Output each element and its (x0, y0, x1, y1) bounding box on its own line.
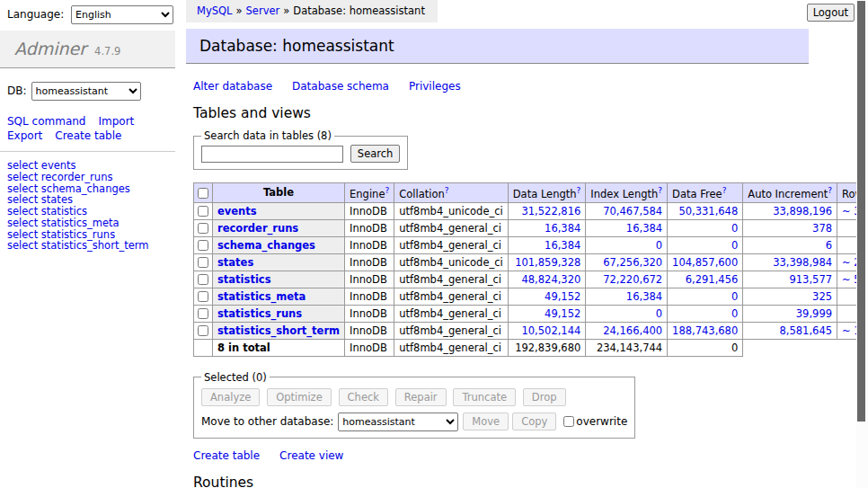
logout-button[interactable]: Logout (807, 4, 855, 22)
breadcrumb-current: Database: homeassistant (293, 4, 425, 17)
auto_increment-link[interactable]: 8,581,645 (780, 324, 833, 337)
table-name-cell: statistics_meta (213, 288, 345, 305)
index_length-link[interactable]: 70,467,584 (603, 205, 662, 217)
data_free-link[interactable]: 0 (731, 222, 738, 235)
table-name-link[interactable]: events (217, 205, 257, 217)
auto_increment-cell: 6 (743, 236, 837, 253)
row-checkbox[interactable] (198, 240, 208, 251)
table-row: statistics_runsInnoDButf8mb4_general_ci4… (194, 305, 868, 322)
index_length-link[interactable]: 24,166,400 (603, 324, 662, 337)
scrollbar-thumb[interactable] (857, 1, 865, 421)
collation-cell: utf8mb4_general_ci (394, 236, 509, 253)
select-all-checkbox[interactable] (198, 188, 208, 199)
export-link[interactable]: Export (7, 129, 42, 142)
data_length-link[interactable]: 31,522,816 (521, 205, 580, 217)
table-name-link[interactable]: schema_changes (217, 239, 315, 252)
data_free-link[interactable]: 104,857,600 (672, 256, 738, 269)
table-row: statistics_short_termInnoDButf8mb4_gener… (194, 322, 868, 339)
language-select[interactable]: English (71, 5, 173, 24)
data_length-link[interactable]: 16,384 (545, 239, 580, 252)
table-name-link[interactable]: statistics (217, 273, 271, 286)
move-db-select[interactable]: homeassistant (338, 413, 458, 431)
data_length-link[interactable]: 16,384 (545, 222, 580, 235)
breadcrumb-server-link[interactable]: Server (246, 4, 280, 17)
index_length-link[interactable]: 0 (656, 239, 662, 252)
data_free-link[interactable]: 50,331,648 (678, 205, 738, 217)
help-icon[interactable]: ? (445, 186, 449, 195)
auto_increment-link[interactable]: 378 (812, 222, 832, 235)
sidebar-item-select-statistics-short-term[interactable]: select statistics_short_term (7, 240, 168, 252)
help-icon[interactable]: ? (385, 186, 389, 195)
row-checkbox[interactable] (198, 325, 208, 336)
create-table-link[interactable]: Create table (55, 129, 121, 142)
app-header: Adminer 4.7.9 (0, 31, 175, 68)
db-row: DB: homeassistant (0, 68, 175, 101)
help-icon[interactable]: ? (658, 186, 662, 195)
data_free-link[interactable]: 0 (731, 290, 738, 303)
data_free-link[interactable]: 6,291,456 (686, 273, 739, 286)
analyze-button: Analyze (201, 388, 260, 406)
table-name-link[interactable]: statistics_short_term (217, 324, 340, 337)
row-checkbox[interactable] (198, 257, 208, 268)
scrollbar[interactable] (856, 0, 868, 488)
sidebar-item-select-statistics-meta[interactable]: select statistics_meta (7, 217, 168, 229)
sidebar-item-select-recorder-runs[interactable]: select recorder_runs (7, 172, 168, 183)
create-view-link[interactable]: Create view (279, 449, 343, 462)
auto_increment-link[interactable]: 39,999 (796, 307, 832, 320)
privileges-link[interactable]: Privileges (409, 80, 461, 93)
selected-legend: Selected (0) (201, 371, 270, 384)
empty-cell (743, 339, 837, 356)
search-button[interactable]: Search (350, 145, 401, 163)
overwrite-checkbox[interactable] (563, 416, 574, 427)
adminer-logo[interactable]: Adminer (14, 39, 86, 58)
index_length-cell: 0 (586, 236, 668, 253)
table-name-link[interactable]: states (217, 256, 253, 269)
data_free-link[interactable]: 188,743,680 (672, 324, 738, 337)
row-checkbox[interactable] (198, 291, 208, 302)
auto_increment-link[interactable]: 33,398,984 (773, 256, 832, 269)
data_length-link[interactable]: 48,824,320 (521, 273, 580, 286)
data_length-link[interactable]: 101,859,328 (515, 256, 580, 269)
db-select[interactable]: homeassistant (31, 82, 141, 101)
data_length-link[interactable]: 49,152 (545, 307, 580, 320)
row-checkbox[interactable] (198, 308, 208, 319)
sidebar-item-select-statistics[interactable]: select statistics (7, 206, 168, 217)
database-schema-link[interactable]: Database schema (292, 80, 389, 93)
data_free-link[interactable]: 0 (731, 239, 738, 252)
row-checkbox[interactable] (198, 223, 208, 234)
table-name-link[interactable]: recorder_runs (217, 222, 298, 235)
index_length-cell: 67,256,320 (586, 253, 668, 271)
table-header-row: Table Engine? Collation? Data Length? In… (194, 183, 868, 203)
data_length-cell: 10,502,144 (508, 322, 586, 339)
index_length-link[interactable]: 16,384 (626, 222, 662, 235)
engine-cell: InnoDB (345, 236, 394, 253)
table-name-link[interactable]: statistics_meta (217, 290, 306, 303)
data_length-link[interactable]: 49,152 (545, 290, 580, 303)
data_length-link[interactable]: 10,502,144 (521, 324, 580, 337)
content: Database: homeassistant Alter databaseDa… (186, 0, 809, 488)
create-table-link-main[interactable]: Create table (193, 449, 260, 462)
auto_increment-link[interactable]: 33,898,196 (773, 205, 832, 217)
index_length-link[interactable]: 67,256,320 (603, 256, 662, 269)
index_length-link[interactable]: 0 (656, 307, 662, 320)
auto_increment-link[interactable]: 913,577 (789, 273, 832, 286)
data_free-link[interactable]: 0 (731, 307, 738, 320)
auto_increment-link[interactable]: 6 (826, 239, 832, 252)
help-icon[interactable]: ? (577, 186, 581, 195)
table-name-cell: statistics (213, 271, 345, 288)
search-input[interactable] (201, 146, 343, 163)
index_length-link[interactable]: 16,384 (626, 290, 662, 303)
table-name-link[interactable]: statistics_runs (217, 307, 302, 320)
row-checkbox[interactable] (198, 206, 208, 217)
help-icon[interactable]: ? (828, 186, 832, 195)
auto_increment-cell: 913,577 (743, 271, 837, 288)
breadcrumb-mysql-link[interactable]: MySQL (197, 4, 233, 17)
total-data-free-cell: 0 (668, 339, 743, 356)
help-icon[interactable]: ? (722, 186, 727, 195)
alter-database-link[interactable]: Alter database (193, 80, 272, 93)
sql-command-link[interactable]: SQL command (7, 115, 85, 128)
import-link[interactable]: Import (98, 115, 134, 128)
row-checkbox[interactable] (198, 274, 208, 285)
index_length-link[interactable]: 72,220,672 (603, 273, 662, 286)
auto_increment-link[interactable]: 325 (812, 290, 832, 303)
